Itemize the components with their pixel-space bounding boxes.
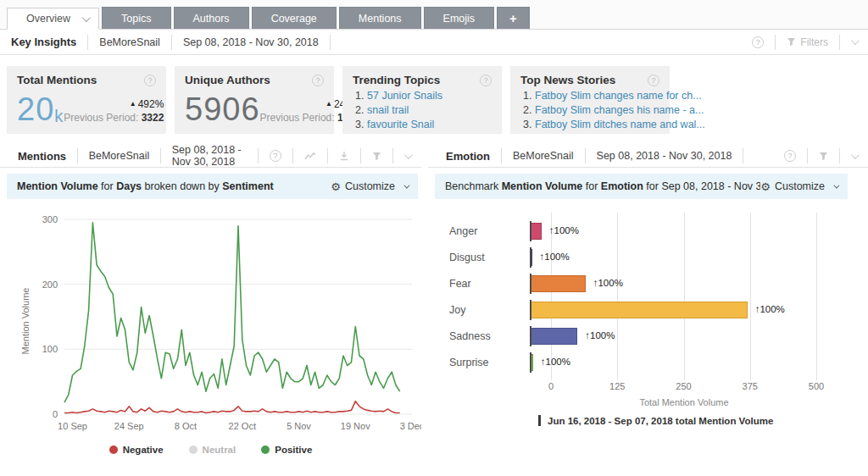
legend-neutral[interactable]: Neutral bbox=[189, 445, 236, 455]
help-icon[interactable]: ? bbox=[144, 75, 156, 86]
news-link[interactable]: Fatboy Slim ditches name and wal... bbox=[535, 119, 705, 130]
funnel-icon bbox=[372, 152, 381, 161]
tab-topics[interactable]: Topics bbox=[102, 7, 170, 29]
tab-overview[interactable]: Overview bbox=[7, 8, 99, 30]
trending-topics-list: 57 Junior Snails snail trail favourite S… bbox=[353, 89, 492, 132]
news-link[interactable]: Fatboy Slim changes name for ch... bbox=[535, 90, 702, 102]
tab-label: Topics bbox=[121, 13, 151, 25]
date-range[interactable]: Sep 08, 2018 - Nov 30, 2018 bbox=[172, 30, 330, 54]
panel-title: Mentions bbox=[7, 145, 77, 167]
card-title: Top News Stories bbox=[520, 74, 615, 86]
chevron-down-icon bbox=[403, 182, 409, 188]
total-mentions-value: 20 bbox=[17, 95, 54, 124]
x-tick-label: 500 bbox=[809, 381, 824, 391]
line-chart-canvas[interactable]: 010020030010 Sep24 Sep8 Oct22 Oct5 Nov19… bbox=[0, 202, 421, 438]
emotion-change-label: ↑100% bbox=[585, 330, 615, 340]
chevron-down-icon[interactable] bbox=[82, 14, 91, 22]
help-icon[interactable]: ? bbox=[312, 75, 324, 86]
emotion-panel-header: Emotion BeMoreSnail Sep 08, 2018 - Nov 3… bbox=[428, 145, 868, 168]
benchmark-tick-icon bbox=[538, 415, 541, 426]
add-tab-button[interactable]: + bbox=[497, 7, 530, 29]
help-icon: ? bbox=[752, 36, 764, 48]
chart-type-button[interactable] bbox=[293, 145, 327, 167]
help-icon: ? bbox=[784, 150, 796, 162]
customize-label: Customize bbox=[345, 180, 395, 192]
filter-button[interactable] bbox=[808, 145, 839, 167]
topic-link[interactable]: favourite Snail bbox=[367, 119, 434, 130]
x-tick-label: 8 Oct bbox=[175, 421, 197, 431]
panel-title: Emotion bbox=[435, 145, 501, 167]
emotion-bar[interactable] bbox=[530, 302, 748, 318]
emotion-label: Sadness bbox=[428, 330, 530, 342]
collapse-button[interactable] bbox=[840, 145, 868, 167]
emotion-bar-chart: Anger↑100%Disgust↑100%Fear↑100%Joy↑100%S… bbox=[428, 218, 868, 426]
legend-positive[interactable]: Positive bbox=[261, 445, 312, 455]
collapse-button[interactable] bbox=[840, 30, 868, 54]
list-item: Fatboy Slim changes his name - a... bbox=[535, 103, 659, 118]
tab-coverage[interactable]: Coverage bbox=[252, 7, 337, 29]
emotion-bar[interactable] bbox=[530, 328, 577, 345]
emotion-bar-track: ↑100% bbox=[530, 328, 868, 345]
project-name[interactable]: BeMoreSnail bbox=[78, 145, 161, 167]
chevron-down-icon bbox=[851, 36, 860, 45]
filters-label: Filters bbox=[800, 36, 828, 48]
tab-bar: Overview Topics Authors Coverage Mention… bbox=[0, 0, 868, 30]
top-news-card: Top News Stories ? Fatboy Slim changes n… bbox=[510, 66, 670, 134]
benchmark-legend: Jun 16, 2018 - Sep 07, 2018 total Mentio… bbox=[538, 415, 868, 426]
tab-mentions[interactable]: Mentions bbox=[339, 7, 421, 29]
help-button[interactable]: ? bbox=[259, 145, 292, 167]
customize-button[interactable]: ⚙ Customize bbox=[760, 180, 837, 193]
legend-negative[interactable]: Negative bbox=[109, 445, 164, 455]
help-icon[interactable]: ? bbox=[648, 75, 659, 86]
help-button[interactable]: ? bbox=[773, 145, 807, 167]
tab-emojis[interactable]: Emojis bbox=[424, 7, 495, 29]
negative-line[interactable] bbox=[64, 401, 400, 413]
emotion-label: Fear bbox=[428, 278, 530, 290]
project-name[interactable]: BeMoreSnail bbox=[502, 145, 585, 167]
x-tick-label: 3 Dec bbox=[400, 421, 421, 431]
date-range[interactable]: Sep 08, 2018 - Nov 30, 2018 bbox=[161, 145, 259, 167]
emotion-row-disgust: Disgust↑100% bbox=[428, 244, 868, 270]
news-link[interactable]: Fatboy Slim changes his name - a... bbox=[535, 104, 704, 116]
filters-button[interactable]: Filters bbox=[776, 30, 839, 54]
sentiment-line-chart: Mention Volume 010020030010 Sep24 Sep8 O… bbox=[0, 202, 421, 455]
help-button[interactable]: ? bbox=[741, 30, 775, 54]
emotion-label: Joy bbox=[428, 304, 530, 316]
topic-link[interactable]: snail trail bbox=[367, 104, 409, 116]
chevron-down-icon bbox=[851, 151, 860, 159]
filter-button[interactable] bbox=[361, 145, 392, 167]
list-item: Fatboy Slim ditches name and wal... bbox=[535, 118, 659, 132]
topic-link[interactable]: 57 Junior Snails bbox=[367, 90, 442, 102]
emotion-change-label: ↑100% bbox=[540, 252, 570, 262]
trending-topics-card: Trending Topics ? 57 Junior Snails snail… bbox=[342, 66, 502, 134]
tab-authors[interactable]: Authors bbox=[174, 7, 249, 29]
customize-button[interactable]: ⚙ Customize bbox=[331, 180, 408, 193]
emotion-bar-track: ↑100% bbox=[530, 302, 868, 318]
project-name[interactable]: BeMoreSnail bbox=[88, 30, 171, 54]
emotion-row-fear: Fear↑100% bbox=[428, 270, 868, 296]
positive-line[interactable] bbox=[64, 223, 400, 402]
chart-legend: Negative Neutral Positive bbox=[0, 445, 421, 455]
help-icon[interactable]: ? bbox=[480, 75, 492, 86]
collapse-button[interactable] bbox=[393, 145, 421, 167]
y-tick-label: 0 bbox=[53, 409, 58, 419]
emotion-bar[interactable] bbox=[530, 275, 586, 292]
emotion-change-label: ↑100% bbox=[755, 304, 785, 314]
gear-icon: ⚙ bbox=[760, 180, 771, 193]
total-mentions-suffix: k bbox=[54, 108, 64, 124]
emotion-chart-titlebar: Benchmark Mention Volume for Emotion for… bbox=[435, 174, 848, 199]
mentions-panel-header: Mentions BeMoreSnail Sep 08, 2018 - Nov … bbox=[0, 145, 421, 168]
emotion-label: Anger bbox=[428, 225, 530, 237]
neutral-dot-icon bbox=[189, 446, 198, 454]
previous-period: Previous Period: 3322 bbox=[64, 112, 164, 124]
list-item: favourite Snail bbox=[367, 118, 492, 132]
customize-label: Customize bbox=[775, 180, 825, 192]
mentions-panel: Mentions BeMoreSnail Sep 08, 2018 - Nov … bbox=[0, 145, 421, 455]
download-button[interactable] bbox=[328, 145, 360, 167]
plus-icon: + bbox=[509, 11, 517, 25]
emotion-bar[interactable] bbox=[530, 223, 542, 240]
emotion-row-surprise: Surprise↑100% bbox=[428, 349, 868, 375]
date-range[interactable]: Sep 08, 2018 - Nov 30, 2018 bbox=[586, 145, 743, 167]
emotion-row-joy: Joy↑100% bbox=[428, 296, 868, 323]
x-tick-label: 5 Nov bbox=[287, 421, 311, 431]
